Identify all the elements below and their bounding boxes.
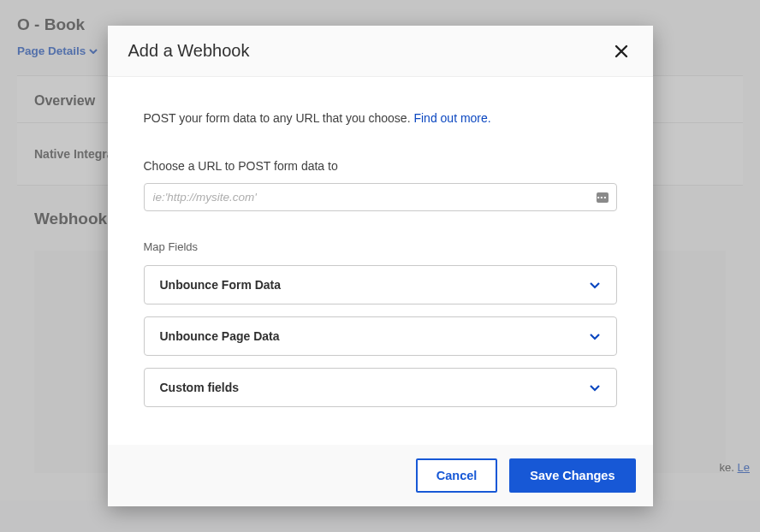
find-out-more-link[interactable]: Find out more. [413,111,490,125]
cancel-button[interactable]: Cancel [416,458,498,493]
add-webhook-modal: Add a Webhook POST your form data to any… [108,26,653,506]
input-suffix-icon[interactable]: ••• [597,192,609,203]
url-input-wrap: ••• [144,183,617,211]
modal-footer: Cancel Save Changes [108,445,653,506]
modal-title: Add a Webhook [128,41,250,61]
modal-body: POST your form data to any URL that you … [108,77,653,445]
modal-header: Add a Webhook [108,26,653,77]
modal-overlay: Add a Webhook POST your form data to any… [0,0,760,532]
expander-label: Custom fields [160,381,240,394]
close-button[interactable] [610,42,632,61]
expander-label: Unbounce Page Data [160,329,280,343]
close-icon [614,44,629,59]
chevron-down-icon [589,384,601,392]
map-fields-label: Map Fields [144,240,617,253]
webhook-url-input[interactable] [144,183,617,211]
chevron-down-icon [589,333,601,340]
chevron-down-icon [589,281,601,289]
save-changes-button[interactable]: Save Changes [509,458,635,493]
expander-label: Unbounce Form Data [160,278,282,292]
url-field-label: Choose a URL to POST form data to [144,159,617,173]
expander-page-data[interactable]: Unbounce Page Data [144,316,617,356]
expander-custom-fields[interactable]: Custom fields [144,368,617,407]
expander-form-data[interactable]: Unbounce Form Data [144,265,617,304]
intro-text: POST your form data to any URL that you … [144,111,617,125]
